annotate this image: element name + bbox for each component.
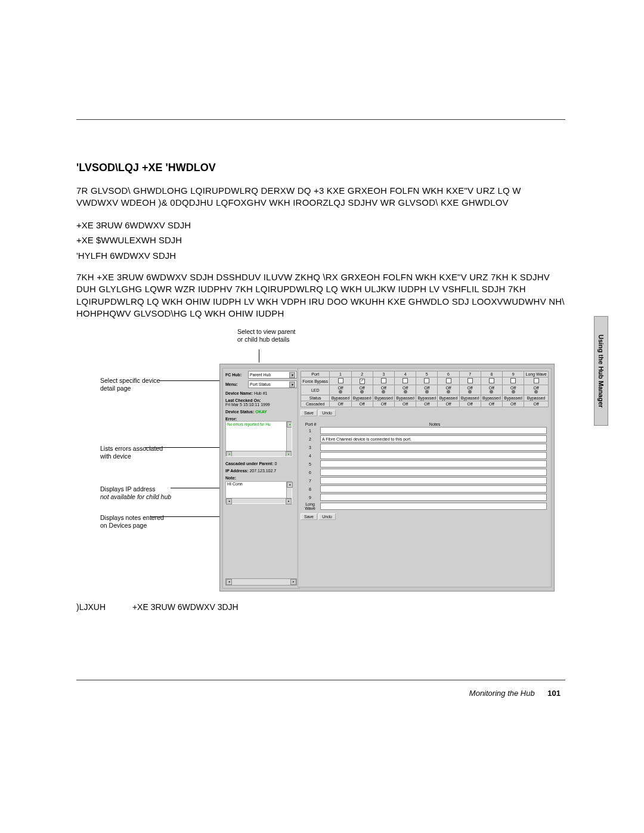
checkbox[interactable]	[360, 379, 365, 384]
port-cell[interactable]	[459, 377, 481, 385]
port-cell: Off	[481, 385, 502, 395]
port-header: 8	[481, 371, 502, 377]
screenshot: FC Hub: Parent Hub Menu: Port Status Dev…	[219, 364, 555, 592]
checkbox[interactable]	[467, 378, 473, 383]
device-status-label: Device Status: OKAY	[225, 410, 297, 414]
port-row-label: Status	[301, 395, 330, 401]
checkbox[interactable]	[381, 378, 386, 383]
port-cell[interactable]	[416, 377, 438, 385]
led-icon	[512, 390, 515, 394]
scrollbar-horizontal[interactable]: ◂▸	[226, 451, 292, 456]
port-cell: Off	[395, 401, 416, 407]
chevron-right-icon[interactable]: ▸	[290, 579, 296, 585]
figure-caption: )LJXUH +XE 3RUW 6WDWXV 3DJH	[76, 602, 565, 612]
note-box[interactable]: HI Conn ▴ ◂▸	[225, 481, 292, 504]
list-item: +XE $WWULEXWH SDJH	[76, 233, 565, 248]
led-icon	[404, 390, 407, 394]
note-port-number: 8	[301, 485, 320, 493]
port-cell: Bypassed	[459, 395, 481, 401]
scrollbar-vertical[interactable]: ▴	[286, 482, 292, 498]
port-cell: Bypassed	[503, 395, 524, 401]
checkbox[interactable]	[510, 378, 516, 383]
scrollbar-horizontal[interactable]: ◂▸	[226, 498, 292, 503]
port-cell[interactable]	[524, 377, 549, 385]
checkbox[interactable]	[534, 378, 539, 383]
ip-label: IP Address: 207.123.102.7	[225, 469, 297, 473]
notes-col-notes: Notes	[321, 422, 549, 426]
note-input[interactable]	[320, 494, 547, 501]
chevron-left-icon[interactable]: ◂	[226, 498, 232, 504]
note-value: HI Conn	[226, 481, 244, 487]
port-header: 2	[351, 371, 373, 377]
port-cell: Off	[395, 385, 416, 395]
callout-ip-italic: not available for child hub	[100, 493, 171, 500]
chevron-left-icon[interactable]: ◂	[226, 579, 232, 585]
callout-leader	[259, 349, 259, 363]
scrollbar-vertical[interactable]: ▴	[286, 422, 292, 451]
port-cell: Bypassed	[395, 395, 416, 401]
page-footer: Monitoring the Hub 101	[469, 689, 561, 698]
port-cell[interactable]	[503, 377, 524, 385]
note-input[interactable]	[320, 435, 547, 442]
menu-select[interactable]: Port Status	[248, 380, 297, 388]
led-icon	[468, 390, 472, 394]
callout-leader	[145, 447, 220, 448]
port-header: 6	[438, 371, 459, 377]
checkbox[interactable]	[402, 378, 408, 383]
device-name-label: Device Name: Hub #1	[225, 391, 297, 395]
fc-hub-select[interactable]: Parent Hub	[248, 371, 297, 379]
device-status-value: OKAY	[255, 410, 267, 414]
horizontal-rule-top	[76, 119, 565, 120]
last-checked-value: Fri Mar 5 15:10:11 1999	[225, 402, 297, 407]
chevron-right-icon[interactable]: ▸	[286, 451, 292, 457]
chevron-right-icon[interactable]: ▸	[286, 498, 292, 504]
save-button[interactable]: Save	[301, 513, 317, 520]
port-cell[interactable]	[481, 377, 502, 385]
note-port-number: Long Wave	[301, 501, 320, 511]
note-input[interactable]	[320, 444, 547, 451]
chevron-down-icon	[289, 382, 295, 388]
section-heading: 'LVSOD\LQJ +XE 'HWDLOV	[76, 162, 565, 174]
port-header: 1	[330, 371, 351, 377]
port-notes-section: Port # Notes 123456789Long Wave Save Und…	[301, 422, 549, 520]
note-input[interactable]	[320, 452, 547, 459]
port-cell: Off	[438, 401, 459, 407]
note-input[interactable]	[320, 477, 547, 484]
callout-leader	[160, 380, 219, 381]
port-cell[interactable]	[351, 377, 373, 385]
port-cell: Off	[351, 385, 373, 395]
port-cell: Bypassed	[481, 395, 502, 401]
note-input[interactable]	[320, 469, 547, 476]
port-cell: Bypassed	[416, 395, 438, 401]
note-input[interactable]	[320, 503, 547, 510]
undo-button[interactable]: Undo	[318, 513, 336, 520]
chevron-up-icon[interactable]: ▴	[287, 422, 292, 428]
port-cell[interactable]	[438, 377, 459, 385]
note-input[interactable]	[320, 460, 547, 467]
led-icon	[425, 390, 429, 394]
undo-button[interactable]: Undo	[318, 410, 336, 416]
port-cell[interactable]	[373, 377, 394, 385]
checkbox[interactable]	[489, 378, 494, 383]
port-cell[interactable]	[395, 377, 416, 385]
save-button[interactable]: Save	[301, 410, 317, 416]
chevron-down-icon	[289, 372, 295, 378]
port-header: 3	[373, 371, 394, 377]
note-port-number: 7	[301, 476, 320, 485]
checkbox[interactable]	[446, 378, 451, 383]
note-port-number: 4	[301, 451, 320, 460]
chevron-up-icon[interactable]: ▴	[287, 482, 293, 488]
callout-select-page: Select specific device detail page	[100, 377, 166, 392]
menu-value: Port Status	[250, 382, 271, 386]
scrollbar-horizontal[interactable]: ◂▸	[225, 578, 297, 586]
chevron-left-icon[interactable]: ◂	[226, 451, 232, 457]
port-cell: Bypassed	[330, 395, 351, 401]
port-cell[interactable]	[330, 377, 351, 385]
checkbox[interactable]	[338, 378, 343, 383]
error-listbox[interactable]: No errors reported for Hu ▴ ◂▸	[225, 421, 292, 457]
checkbox[interactable]	[424, 378, 429, 383]
port-cell: Off	[351, 401, 373, 407]
note-input[interactable]	[320, 485, 547, 493]
note-input[interactable]	[320, 427, 547, 434]
right-frame: Port123456789Long WaveForce BypassLEDOff…	[298, 368, 552, 587]
